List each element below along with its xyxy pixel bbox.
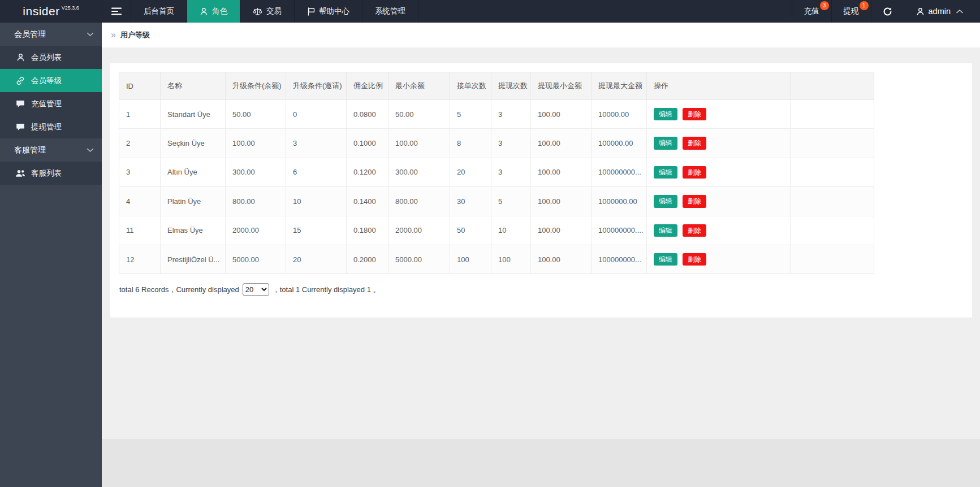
cell-orders: 5 bbox=[450, 100, 491, 129]
cell-blank bbox=[791, 158, 874, 186]
app-logo[interactable]: insider V25.3.6 bbox=[0, 0, 102, 23]
table-row: 1Standart Üye50.0000.080050.0053100.0010… bbox=[119, 100, 874, 129]
refresh-icon bbox=[883, 7, 892, 16]
withdraw-button[interactable]: 提现 1 bbox=[831, 0, 871, 23]
nav-item-trade[interactable]: 交易 bbox=[240, 0, 295, 23]
nav-item-system[interactable]: 系统管理 bbox=[362, 0, 418, 23]
edit-button[interactable]: 编辑 bbox=[654, 108, 677, 120]
scales-icon bbox=[253, 7, 262, 16]
users-icon bbox=[15, 169, 25, 177]
sidebar-item-member-list[interactable]: 会员列表 bbox=[0, 46, 102, 69]
cell-name: Platin Üye bbox=[161, 187, 226, 216]
cell-actions: 编辑删除 bbox=[647, 158, 791, 186]
main-area: » 用户等级 ID名称升级条件(余额)升级条件(邀请)佣金比例最小余额接单次数提… bbox=[102, 23, 980, 487]
cell-withdraw-times: 5 bbox=[491, 187, 531, 216]
withdraw-badge: 1 bbox=[860, 1, 869, 10]
cell-commission: 0.2000 bbox=[347, 245, 388, 273]
nav-item-dashboard[interactable]: 后台首页 bbox=[131, 0, 187, 23]
cell-upgrade-balance: 100.00 bbox=[226, 129, 286, 158]
cell-blank bbox=[791, 129, 874, 158]
cell-actions: 编辑删除 bbox=[647, 187, 791, 216]
cell-upgrade-balance: 800.00 bbox=[226, 187, 286, 216]
cell-orders: 20 bbox=[450, 158, 491, 186]
cell-actions: 编辑删除 bbox=[647, 100, 791, 129]
recharge-label: 充值 bbox=[804, 6, 819, 16]
sidebar-group-service[interactable]: 客服管理 bbox=[0, 138, 102, 162]
delete-button[interactable]: 删除 bbox=[683, 137, 706, 149]
cell-commission: 0.1800 bbox=[347, 216, 388, 245]
logo-text: insider bbox=[23, 5, 59, 18]
user-icon bbox=[15, 53, 25, 62]
cell-withdraw-times: 10 bbox=[491, 216, 531, 245]
sidebar-item-withdraw-manage[interactable]: 提现管理 bbox=[0, 115, 102, 138]
cell-withdraw-times: 3 bbox=[491, 158, 531, 186]
chevron-up-icon bbox=[956, 9, 963, 14]
cell-upgrade-balance: 300.00 bbox=[226, 158, 286, 186]
cell-blank bbox=[791, 100, 874, 129]
cell-upgrade-balance: 50.00 bbox=[226, 100, 286, 129]
delete-button[interactable]: 删除 bbox=[683, 108, 706, 120]
logo-version: V25.3.6 bbox=[62, 5, 79, 11]
cell-name: Altın Üye bbox=[161, 158, 226, 186]
cell-withdraw-min: 100.00 bbox=[531, 187, 592, 216]
cell-blank bbox=[791, 187, 874, 216]
sidebar-group-member[interactable]: 会员管理 bbox=[0, 23, 102, 46]
sidebar-toggle-button[interactable] bbox=[102, 0, 131, 23]
page-size-select[interactable]: 20 bbox=[243, 283, 269, 296]
column-header: 佣金比例 bbox=[347, 72, 388, 100]
sidebar-item-service-list[interactable]: 客服列表 bbox=[0, 162, 102, 185]
cell-withdraw-max: 100000000... bbox=[592, 158, 647, 186]
sidebar-item-recharge-manage[interactable]: 充值管理 bbox=[0, 92, 102, 115]
cell-upgrade-balance: 2000.00 bbox=[226, 216, 286, 245]
breadcrumb: » 用户等级 bbox=[102, 23, 980, 47]
edit-button[interactable]: 编辑 bbox=[654, 224, 677, 237]
edit-button[interactable]: 编辑 bbox=[654, 166, 677, 179]
cell-upgrade-invite: 15 bbox=[286, 216, 347, 245]
group-label: 客服管理 bbox=[14, 145, 87, 155]
user-icon bbox=[200, 7, 208, 16]
column-header: 提现最大金额 bbox=[592, 72, 647, 100]
cell-upgrade-invite: 20 bbox=[286, 245, 347, 273]
cell-withdraw-min: 100.00 bbox=[531, 158, 592, 186]
recharge-button[interactable]: 充值 3 bbox=[792, 0, 831, 23]
column-header: 操作 bbox=[647, 72, 791, 100]
nav-item-help[interactable]: 帮助中心 bbox=[295, 0, 362, 23]
records-summary: total 6 Records，Currently displayed bbox=[119, 285, 239, 295]
refresh-button[interactable] bbox=[871, 0, 904, 23]
delete-button[interactable]: 删除 bbox=[683, 253, 706, 266]
cell-orders: 30 bbox=[450, 187, 491, 216]
column-header: 名称 bbox=[161, 72, 226, 100]
user-icon bbox=[916, 7, 925, 16]
column-header: 升级条件(邀请) bbox=[286, 72, 347, 100]
cell-min-balance: 300.00 bbox=[388, 158, 450, 186]
cell-id: 1 bbox=[119, 100, 161, 129]
edit-button[interactable]: 编辑 bbox=[654, 253, 677, 266]
cell-withdraw-times: 100 bbox=[491, 245, 531, 273]
sidebar-item-member-level[interactable]: 会员等级 bbox=[0, 69, 102, 92]
nav-item-roles[interactable]: 角色 bbox=[187, 0, 240, 23]
cell-name: Seçkin Üye bbox=[161, 129, 226, 158]
message-icon bbox=[15, 100, 25, 108]
sidebar: 会员管理 会员列表 会员等级 充值管理 bbox=[0, 23, 102, 487]
cell-upgrade-invite: 3 bbox=[286, 129, 347, 158]
cell-name: PrestijliÖzel Ü... bbox=[161, 245, 226, 273]
topbar: insider V25.3.6 后台首页 角色 bbox=[0, 0, 980, 23]
delete-button[interactable]: 删除 bbox=[683, 166, 706, 179]
sidebar-item-label: 充值管理 bbox=[31, 99, 62, 109]
edit-button[interactable]: 编辑 bbox=[654, 137, 677, 149]
cell-withdraw-max: 100000000... bbox=[592, 245, 647, 273]
group-label: 会员管理 bbox=[14, 29, 87, 40]
cell-withdraw-max: 100000000.... bbox=[592, 216, 647, 245]
column-header: 提现最小金额 bbox=[531, 72, 592, 100]
sidebar-item-label: 会员等级 bbox=[31, 76, 62, 86]
sidebar-item-label: 会员列表 bbox=[31, 53, 62, 63]
recharge-badge: 3 bbox=[820, 1, 829, 10]
delete-button[interactable]: 删除 bbox=[683, 195, 706, 207]
edit-button[interactable]: 编辑 bbox=[654, 195, 677, 207]
cell-withdraw-min: 100.00 bbox=[531, 100, 592, 129]
delete-button[interactable]: 删除 bbox=[683, 224, 706, 237]
cell-withdraw-min: 100.00 bbox=[531, 129, 592, 158]
cell-withdraw-min: 100.00 bbox=[531, 216, 592, 245]
user-menu[interactable]: admin bbox=[904, 0, 976, 23]
cell-id: 4 bbox=[119, 187, 161, 216]
